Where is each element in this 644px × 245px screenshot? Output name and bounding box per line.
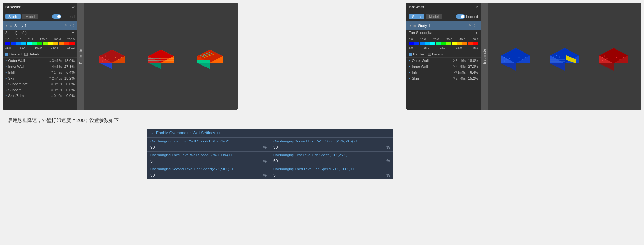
svg-point-64 — [605, 59, 606, 60]
left-edit-icon[interactable]: ✎ — [64, 23, 68, 28]
settings-cell-4: Overhanging Second Level Fan Speed(25%,5… — [147, 165, 270, 179]
settings-cell-label-1: Overhanging Second Level Wall Speed(25%,… — [270, 138, 393, 144]
stat-icon-0: ● — [5, 59, 7, 62]
right-stat-pct-3: 15.2% — [467, 76, 478, 80]
left-tab-model[interactable]: Model — [22, 14, 38, 19]
settings-check-icon: ✓ — [151, 131, 154, 135]
right-legend-label: Legend — [466, 15, 478, 18]
stat-time-6: ⏱ 0m0s — [51, 94, 62, 98]
right-stat-row-1: ● Inner Wall ⏱ 4m58s 27.3% — [406, 64, 481, 69]
right-scale-bottom: 5.0 15.0 25.0 35.0 45.0 — [409, 46, 478, 49]
right-study-name: Study-1 — [418, 24, 466, 28]
stat-row-4: ● Support Inte... ⏱ 0m0s 0.0% — [3, 81, 77, 87]
left-scale-top: 2.0 41.6 81.2 120.8 160.4 200.0 — [5, 38, 75, 41]
left-banded-checkbox[interactable] — [5, 53, 8, 56]
stat-pct-5: 0.0% — [63, 88, 75, 92]
settings-cell-value-2: % — [147, 158, 270, 165]
left-collapse-icon[interactable]: « — [72, 5, 75, 10]
left-tab-study[interactable]: Study — [5, 14, 21, 19]
settings-cell-0: Overhanging First Level Wall Speed(10%,2… — [147, 138, 270, 152]
left-details-check[interactable]: Details — [24, 52, 40, 56]
right-edit-icon[interactable]: ✎ — [468, 23, 472, 28]
right-tab-model[interactable]: Model — [426, 14, 442, 19]
settings-input-2[interactable] — [150, 159, 260, 164]
svg-point-61 — [604, 56, 605, 57]
settings-cell-label-3: Overhanging First Level Fan Speed(10%,25… — [270, 152, 393, 158]
svg-point-66 — [620, 59, 621, 60]
right-info-icon[interactable]: ⓘ — [473, 23, 478, 28]
stat-icon-4: ● — [5, 82, 7, 86]
left-cube-3 — [194, 38, 226, 74]
settings-cell-value-3: % — [270, 158, 393, 165]
settings-unit-3: % — [385, 159, 390, 163]
settings-cell-1: Overhanging Second Level Wall Speed(25%,… — [270, 138, 393, 152]
left-legend-switch[interactable] — [52, 14, 61, 19]
left-estimate-label: Estimate — [79, 49, 83, 64]
left-details-checkbox[interactable] — [24, 53, 28, 56]
left-legend-toggle: Legend — [52, 14, 75, 19]
right-stat-icon-0: ● — [409, 59, 410, 62]
settings-cell-label-5: Overhanging Third Level Fan Speed[50%,10… — [270, 165, 393, 172]
settings-cell-value-4: % — [147, 172, 270, 179]
svg-point-53 — [553, 57, 554, 58]
right-banded-row: Banded Details — [406, 51, 481, 58]
left-banded-check[interactable]: Banded — [5, 52, 22, 56]
stat-time-2: ⏱ 1m9s — [51, 71, 62, 74]
settings-unit-5: % — [385, 173, 390, 178]
left-study-row: ▼ ⊞ Study-1 ✎ ⓘ — [3, 21, 77, 30]
svg-point-31 — [200, 57, 201, 58]
stat-row-1: ● Inner Wall ⏱ 4m58s 27.3% — [3, 64, 77, 69]
svg-point-67 — [623, 57, 624, 58]
left-info-icon[interactable]: ⓘ — [70, 23, 75, 28]
right-scale-top: 0.0 10.0 20.0 30.0 40.0 50.0 — [409, 38, 478, 41]
settings-cell-value-1: % — [270, 144, 393, 151]
left-estimate-bar[interactable]: Estimate — [77, 3, 84, 110]
right-legend-switch[interactable] — [456, 14, 465, 19]
settings-input-4[interactable] — [150, 173, 260, 178]
right-details-checkbox[interactable] — [428, 53, 431, 56]
settings-reset-icon[interactable]: ↺ — [217, 131, 220, 135]
right-stat-label-0: Outer Wall — [412, 59, 451, 63]
svg-point-40 — [504, 61, 505, 62]
stat-row-6: ● Skirt/Brim ⏱ 0m0s 0.0% — [3, 93, 77, 99]
svg-point-8 — [105, 59, 106, 60]
settings-cell-value-0: % — [147, 144, 270, 151]
stat-time-3: ⏱ 2m45s — [49, 77, 62, 80]
left-viewport-area — [84, 3, 238, 110]
right-stat-icon-2: ● — [409, 71, 410, 74]
right-tab-study[interactable]: Study — [409, 14, 424, 19]
stat-icon-1: ● — [5, 65, 7, 68]
left-speed-label: Speed(mm/s) — [5, 31, 71, 35]
settings-grid: Overhanging First Level Wall Speed(10%,2… — [147, 138, 393, 179]
settings-input-0[interactable] — [150, 145, 260, 150]
svg-point-38 — [506, 56, 507, 57]
left-browser-title: Browser — [5, 5, 21, 9]
right-collapse-icon[interactable]: « — [476, 5, 478, 10]
right-color-scale: 0.0 10.0 20.0 30.0 40.0 50.0 — [406, 36, 481, 51]
svg-point-32 — [203, 55, 204, 56]
right-cube-2 — [547, 37, 582, 76]
settings-cell-5: Overhanging Third Level Fan Speed[50%,10… — [270, 165, 393, 179]
stat-pct-1: 27.3% — [63, 65, 75, 68]
right-stat-time-3: ⏱ 2m45s — [452, 77, 466, 80]
right-estimate-bar[interactable]: Estimate — [481, 3, 488, 110]
left-speed-dropdown[interactable]: Speed(mm/s) ▼ — [3, 30, 77, 36]
settings-input-3[interactable] — [273, 159, 383, 163]
right-dropdown-arrow: ▼ — [475, 31, 478, 35]
right-banded-checkbox[interactable] — [409, 53, 412, 56]
left-study-arrow: ▼ — [5, 24, 8, 27]
settings-header: ✓ Enable Overhanging Wall Settings ↺ — [147, 129, 393, 138]
stat-row-3: ● Skin ⏱ 2m45s 15.2% — [3, 75, 77, 81]
right-speed-dropdown[interactable]: Fan Speed(%) ▼ — [406, 30, 481, 36]
settings-unit-4: % — [262, 173, 267, 178]
settings-input-1[interactable] — [273, 145, 383, 150]
right-banded-check[interactable]: Banded — [409, 52, 425, 56]
right-details-check[interactable]: Details — [428, 52, 443, 56]
right-cube-3 — [596, 37, 631, 76]
svg-point-63 — [602, 60, 603, 61]
settings-input-5[interactable] — [273, 173, 383, 178]
right-stat-time-0: ⏱ 3m16s — [452, 59, 466, 63]
right-stat-label-2: Infill — [412, 70, 453, 74]
stat-row-5: ● Support ⏱ 0m0s 0.0% — [3, 87, 77, 93]
bottom-section: 启用悬垂降速，外壁打印速度 = 200；设置参数如下： ✓ Enable Ove… — [0, 112, 644, 185]
